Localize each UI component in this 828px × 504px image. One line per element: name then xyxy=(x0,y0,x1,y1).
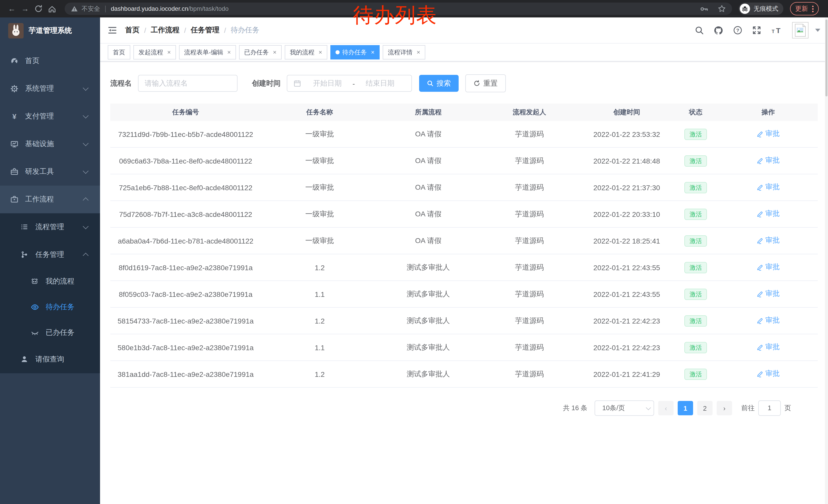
cell-status: 激活 xyxy=(673,334,719,361)
tab-home[interactable]: 首页 xyxy=(108,45,130,59)
breadcrumb-workflow[interactable]: 工作流程 xyxy=(151,26,179,35)
approve-link[interactable]: 审批 xyxy=(757,316,780,325)
url-host[interactable]: dashboard.yudao.iocoder.cn xyxy=(111,5,188,12)
browser-forward-icon[interactable]: → xyxy=(18,0,32,17)
sidebar-item-done-tasks[interactable]: 已办任务 xyxy=(0,320,100,346)
sidebar-item-task-management[interactable]: 任务管理 xyxy=(0,241,100,269)
sidebar-item-process-management[interactable]: 流程管理 xyxy=(0,213,100,241)
close-icon[interactable]: × xyxy=(319,49,322,56)
cell-status: 激活 xyxy=(673,174,719,201)
table-row: 725a1eb6-7b88-11ec-8ef0-acde48001122 一级审… xyxy=(110,174,818,201)
sidebar-item-infrastructure[interactable]: 基础设施 xyxy=(0,130,100,158)
goto-page-input[interactable]: 1 xyxy=(758,401,781,416)
url-path[interactable]: /bpm/task/todo xyxy=(188,5,229,12)
prev-page-button[interactable]: ‹ xyxy=(658,401,673,415)
fullscreen-icon[interactable] xyxy=(752,26,761,35)
goto-label: 前往 xyxy=(741,404,755,413)
breadcrumb-task-management[interactable]: 任务管理 xyxy=(191,26,219,35)
cell-task-id: 73211d9d-7b9b-11ec-b5b7-acde48001122 xyxy=(110,121,261,147)
search-icon[interactable] xyxy=(695,26,704,35)
not-secure-warning-icon[interactable] xyxy=(71,5,78,12)
browser-home-icon[interactable] xyxy=(45,4,58,13)
tab-process-form-edit[interactable]: 流程表单-编辑× xyxy=(179,45,236,59)
github-icon[interactable] xyxy=(714,26,723,35)
browser-update-button[interactable]: 更新 xyxy=(790,2,819,15)
tab-my-process[interactable]: 我的流程× xyxy=(285,45,327,59)
close-icon[interactable]: × xyxy=(371,49,374,56)
page-size-select[interactable]: 10条/页 xyxy=(594,401,654,416)
sidebar-item-todo-tasks[interactable]: 待办任务 xyxy=(0,294,100,320)
todo-task-table: 任务编号 任务名称 所属流程 流程发起人 创建时间 状态 操作 73211 xyxy=(110,103,818,387)
start-date-placeholder[interactable]: 开始日期 xyxy=(302,79,353,88)
not-secure-label[interactable]: 不安全 xyxy=(82,4,100,13)
cell-task-name: 一级审批 xyxy=(261,227,378,254)
tag-tabs-bar: 首页 发起流程× 流程表单-编辑× 已办任务× 我的流程× 待办任务× 流程详情… xyxy=(100,44,828,61)
broken-image-icon xyxy=(795,24,806,37)
cell-task-id: a6aba0a4-7b6d-11ec-b781-acde48001122 xyxy=(110,227,261,254)
user-avatar[interactable] xyxy=(792,22,809,39)
sidebar-item-leave-query[interactable]: 请假查询 xyxy=(0,346,100,373)
cell-process: OA 请假 xyxy=(378,227,478,254)
sidebar-item-label: 任务管理 xyxy=(35,250,64,260)
end-date-placeholder[interactable]: 结束日期 xyxy=(355,79,405,88)
close-icon[interactable]: × xyxy=(167,49,171,56)
approve-link[interactable]: 审批 xyxy=(757,343,780,352)
sidebar-item-workflow[interactable]: 工作流程 xyxy=(0,186,100,213)
browser-menu-icon[interactable] xyxy=(812,5,814,12)
status-badge: 激活 xyxy=(685,342,707,353)
approve-link[interactable]: 审批 xyxy=(757,263,780,272)
sidebar-item-label: 基础设施 xyxy=(25,139,54,149)
total-count: 共 16 条 xyxy=(563,404,587,413)
approve-link[interactable]: 审批 xyxy=(757,210,780,219)
bookmark-star-icon[interactable] xyxy=(718,5,726,13)
sidebar-item-system[interactable]: 系统管理 xyxy=(0,75,100,102)
sidebar-item-home[interactable]: 首页 xyxy=(0,47,100,75)
approve-link[interactable]: 审批 xyxy=(757,369,780,379)
chevron-down-icon xyxy=(83,112,89,119)
tab-start-process[interactable]: 发起流程× xyxy=(133,45,176,59)
tab-todo-tasks[interactable]: 待办任务× xyxy=(330,45,380,59)
collapse-sidebar-icon[interactable] xyxy=(108,26,117,35)
sidebar-item-my-process[interactable]: 我的流程 xyxy=(0,269,100,294)
page-button-2[interactable]: 2 xyxy=(697,401,713,415)
cell-task-id: 381aa1dd-7ac8-11ec-a9e2-a2380e71991a xyxy=(110,361,261,387)
help-question-icon[interactable]: ? xyxy=(733,26,742,35)
table-row: 58154733-7ac8-11ec-a9e2-a2380e71991a 1.2… xyxy=(110,307,818,334)
breadcrumb-home[interactable]: 首页 xyxy=(125,26,139,35)
page-button-1[interactable]: 1 xyxy=(678,401,693,415)
approve-link[interactable]: 审批 xyxy=(757,130,780,139)
sidebar-item-payment[interactable]: ¥ 支付管理 xyxy=(0,102,100,130)
scrollbar[interactable] xyxy=(825,17,828,504)
cell-initiator: 芋道源码 xyxy=(478,361,581,387)
close-icon[interactable]: × xyxy=(227,49,231,56)
close-icon[interactable]: × xyxy=(273,49,277,56)
update-label[interactable]: 更新 xyxy=(795,4,808,13)
approve-link[interactable]: 审批 xyxy=(757,289,780,299)
cell-process: 测试多审批人 xyxy=(378,361,478,387)
close-icon[interactable]: × xyxy=(417,49,420,56)
browser-back-icon[interactable]: ← xyxy=(5,0,18,17)
next-page-button[interactable]: › xyxy=(717,401,732,415)
approve-link[interactable]: 审批 xyxy=(757,236,780,245)
edit-pencil-icon xyxy=(757,371,763,377)
cell-task-id: 580e1b3d-7ac8-11ec-a9e2-a2380e71991a xyxy=(110,334,261,361)
password-key-icon[interactable] xyxy=(700,4,708,13)
sidebar-item-devtools[interactable]: 研发工具 xyxy=(0,158,100,186)
edit-pencil-icon xyxy=(757,157,763,164)
cell-task-name: 1.2 xyxy=(261,307,378,334)
tab-process-detail[interactable]: 流程详情× xyxy=(383,45,425,59)
table-row: 8f059c03-7ac8-11ec-a9e2-a2380e71991a 1.1… xyxy=(110,281,818,307)
reset-button[interactable]: 重置 xyxy=(465,74,506,92)
search-button[interactable]: 搜索 xyxy=(419,75,459,92)
approve-link[interactable]: 审批 xyxy=(757,183,780,192)
gear-icon xyxy=(10,85,18,93)
svg-text:T: T xyxy=(772,29,775,34)
scrollbar-thumb[interactable] xyxy=(825,19,827,96)
font-size-icon[interactable]: T T xyxy=(771,26,782,35)
browser-reload-icon[interactable] xyxy=(32,5,45,13)
date-range-picker[interactable]: 开始日期 - 结束日期 xyxy=(287,75,412,92)
approve-link[interactable]: 审批 xyxy=(757,156,780,165)
avatar-caret-down-icon[interactable] xyxy=(815,29,820,32)
process-name-input[interactable]: 请输入流程名 xyxy=(138,75,238,92)
tab-done-tasks[interactable]: 已办任务× xyxy=(239,45,282,59)
